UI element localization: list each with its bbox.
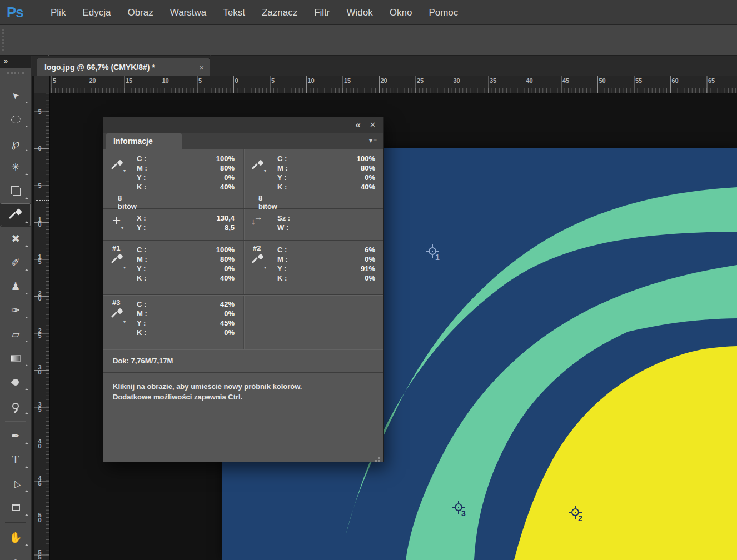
menu-item[interactable]: Tekst [215, 0, 253, 25]
cmyk-row: M : 0% [277, 254, 375, 264]
menu-item[interactable]: Plik [42, 0, 74, 25]
tab-informacje[interactable]: Informacje [106, 133, 182, 149]
channel-value: 91% [361, 264, 375, 273]
channel-value: 80% [220, 163, 235, 173]
tool-icon: ℘ [12, 137, 20, 149]
cmyk-row: M : 80% [137, 254, 235, 264]
toolbar-tool[interactable]: ✋ [0, 526, 31, 549]
toolbar-tool[interactable]: ○ [0, 549, 31, 560]
vertical-ruler[interactable]: 50510152025303540455055 [34, 93, 50, 560]
tool-flyout-caret [25, 245, 28, 248]
color-sampler-marker[interactable]: 2 [570, 507, 581, 518]
sampler-dot [432, 251, 433, 252]
info-panel-tab-row: Informacje ▾≡ [103, 133, 384, 149]
toolbar-tool[interactable]: ✚ [0, 227, 31, 251]
tool-icon: ♟ [11, 281, 20, 292]
size-label: Sz : [277, 213, 290, 223]
ruler-label: 45 [562, 77, 569, 84]
channel-label: Y : [277, 264, 286, 273]
menu-item[interactable]: Widok [338, 0, 381, 25]
eyedropper-icon[interactable] [112, 254, 122, 264]
toolbar-tool[interactable]: ▷ [0, 472, 31, 496]
toolbar-tool[interactable] [0, 394, 31, 418]
options-bar-grip[interactable] [2, 29, 4, 51]
document-tab[interactable]: logo.jpg @ 66,7% (CMYK/8#) * × [37, 58, 210, 76]
tool-flyout-caret [25, 221, 28, 224]
channel-value: 45% [220, 318, 235, 328]
toolbar-tool[interactable]: ♟ [0, 274, 31, 298]
size-row: Sz : [277, 213, 375, 223]
toolbar-tool[interactable]: ✐ [0, 251, 31, 274]
menu-item[interactable]: Obraz [119, 0, 161, 25]
menu-item[interactable]: Filtr [306, 0, 338, 25]
ruler-label: 60 [672, 77, 679, 84]
toolbar-tool[interactable] [0, 346, 31, 370]
toolbar-tool[interactable]: ✒ [0, 424, 31, 448]
color-sampler-marker[interactable]: 1 [427, 246, 438, 257]
info-panel-header[interactable]: « ✕ [103, 117, 384, 133]
channel-label: C : [277, 245, 287, 254]
photoshop-window: Ps PlikEdycjaObrazWarstwaTekstZaznaczFil… [0, 0, 737, 560]
channel-value: 100% [216, 154, 235, 163]
tool-list: ➤ ℘ ✳ [0, 83, 31, 560]
tool-flyout-caret [25, 197, 28, 201]
tool-flyout-caret [25, 544, 28, 547]
toolbar-tool[interactable] [0, 107, 31, 131]
toolbar-tool[interactable]: ✳ [0, 155, 31, 179]
ruler-label: 50 [599, 77, 606, 84]
tool-icon: ✋ [9, 532, 22, 543]
tool-flyout-caret [25, 126, 28, 129]
toolbar-tool[interactable]: ▱ [0, 322, 31, 346]
tools-panel: » ➤ ℘ ✳ [0, 56, 32, 560]
cmyk-row: C : 100% [137, 154, 235, 163]
tool-icon: ✐ [11, 257, 20, 268]
menu-item[interactable]: Pomoc [420, 0, 466, 25]
eyedropper-icon[interactable] [112, 309, 122, 319]
menu-item[interactable]: Zaznacz [253, 0, 306, 25]
toolbar-tool[interactable]: ➤ [0, 83, 31, 107]
tool-icon [11, 377, 21, 387]
ruler-label: 20 [89, 77, 96, 84]
ruler-label: 25 [417, 77, 424, 84]
panel-resize-grip[interactable] [378, 457, 380, 459]
panel-menu-icon[interactable]: ▾≡ [369, 137, 377, 144]
toolbar-tool[interactable] [0, 496, 31, 519]
selection-size-readout: Sz : W : [244, 208, 384, 232]
tool-flyout-caret [25, 466, 28, 469]
toolbar-tool[interactable] [0, 179, 31, 203]
eyedropper-icon[interactable] [253, 161, 263, 171]
tool-flyout-caret [25, 514, 28, 517]
close-icon[interactable]: × [199, 63, 204, 72]
menu-item[interactable]: Okno [381, 0, 421, 25]
cmyk-row: K : 40% [277, 182, 375, 192]
ruler-corner[interactable] [34, 76, 50, 93]
channel-label: M : [137, 254, 147, 264]
toolbar-tool[interactable] [0, 370, 31, 394]
collapse-to-icons-icon[interactable]: « [356, 119, 360, 131]
ruler-label: 25 [37, 328, 42, 338]
menu-item[interactable]: Warstwa [162, 0, 215, 25]
menu-item[interactable]: Edycja [74, 0, 119, 25]
crosshair-icon[interactable]: + [112, 214, 137, 226]
channel-label: C : [137, 299, 146, 309]
options-bar: ✛ ▾ Rozmiar próbki: Próbka punktowa ▲▼ W… [0, 25, 737, 56]
tools-panel-grip[interactable] [7, 72, 24, 74]
ruler-label: 10 [308, 77, 315, 84]
toolbar-tool[interactable]: T [0, 448, 31, 472]
channel-value: 0% [224, 264, 235, 273]
ruler-label: 20 [381, 77, 387, 84]
close-icon[interactable]: ✕ [370, 121, 376, 129]
channel-label: Y : [137, 264, 146, 273]
cmyk-row: K : 40% [137, 182, 235, 192]
eyedropper-icon[interactable] [112, 161, 122, 171]
expand-panel-icon[interactable]: » [0, 56, 31, 68]
horizontal-ruler[interactable]: 5201510505101520253035404550556065 [50, 76, 737, 93]
toolbar-tool[interactable]: ℘ [0, 131, 31, 155]
cmyk-row: Y : 0% [277, 173, 375, 182]
toolbar-tool[interactable]: ✑ [0, 298, 31, 322]
axis-label: Y : [137, 223, 146, 232]
eyedropper-icon[interactable] [253, 254, 263, 264]
toolbar-tool[interactable] [0, 203, 31, 227]
channel-value: 100% [216, 245, 235, 254]
color-sampler-marker[interactable]: 3 [453, 502, 464, 513]
